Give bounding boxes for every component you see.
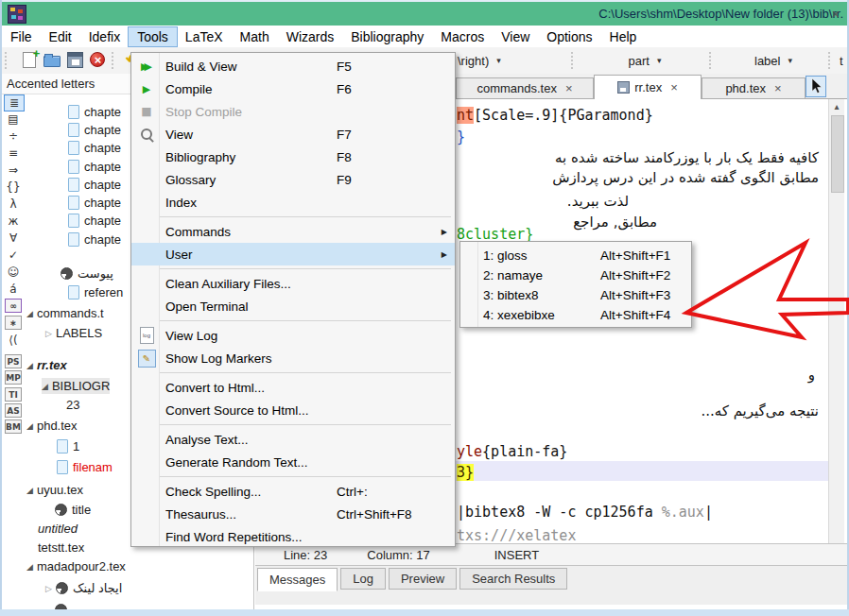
expanded-arrow-icon[interactable]: ◢ — [26, 562, 33, 572]
tab-close-icon[interactable]: × — [670, 80, 678, 94]
editor-tab-commands-tex[interactable]: commands.tex× — [456, 77, 594, 99]
editor-tab-rr-tex[interactable]: rr.tex× — [594, 75, 702, 99]
tree-item-commands-t[interactable]: ◢commands.t — [26, 305, 104, 321]
symbols-cyrillic-icon[interactable]: ж — [4, 214, 23, 229]
menu-item-convert-to-html[interactable]: Convert to Html... — [131, 376, 455, 399]
tree-item-bibliogr[interactable]: ◢BIBLIOGR — [42, 378, 110, 394]
symbols-misc-math-icon[interactable]: ✓ — [4, 248, 23, 263]
tree-item-labels[interactable]: ▷LABELS — [45, 325, 102, 341]
menubar-item-tools[interactable]: Tools — [129, 27, 177, 46]
new-document-icon[interactable] — [19, 49, 40, 70]
tree-item-chapte[interactable]: chapte — [68, 195, 121, 211]
tab-close-icon[interactable]: × — [565, 81, 573, 95]
close-panel-icon[interactable]: × — [832, 7, 840, 22]
menu-item-commands[interactable]: Commands▶ — [131, 220, 455, 243]
editor-tab-phd-tex[interactable]: phd.tex× — [702, 77, 806, 99]
user-command-4-xexebibxe[interactable]: 4: xexebibxeAlt+Shift+F4 — [460, 305, 691, 325]
tree-item-23[interactable]: 23 — [66, 397, 79, 413]
bottom-tab-messages[interactable]: Messages — [257, 568, 338, 591]
menubar-item-view[interactable]: View — [493, 27, 538, 46]
menubar-item-math[interactable]: Math — [232, 27, 278, 46]
symbols-relations-icon[interactable]: ≡ — [4, 145, 23, 161]
menubar-item-idefix[interactable]: Idefix — [80, 27, 129, 46]
tree-item-title[interactable]: title — [55, 502, 91, 518]
tree-item-chapte[interactable]: chapte — [68, 159, 121, 175]
asymptote-icon[interactable]: AS — [5, 403, 22, 418]
tree-item-chapte[interactable]: chapte — [68, 177, 121, 193]
menubar-item-wizards[interactable]: Wizards — [278, 27, 343, 46]
user-command-1-gloss[interactable]: 1: glossAlt+Shift+F1 — [460, 246, 691, 265]
scroll-up-icon[interactable]: ▴ — [829, 99, 844, 113]
tree-item-madadpour2-tex[interactable]: ◢madadpour2.tex — [26, 558, 126, 574]
menubar-item-help[interactable]: Help — [601, 27, 646, 46]
menu-item-find-word-repetitions[interactable]: Find Word Repetitions... — [131, 525, 455, 548]
tree-item-پیوست[interactable]: پیوست — [61, 265, 113, 282]
symbols-logic-icon[interactable]: ∀ — [4, 231, 23, 246]
toolbar-combo-part[interactable]: part▾ — [582, 50, 707, 71]
tree-item-rr-tex[interactable]: ◢rr.tex — [26, 357, 67, 373]
menubar-item-macros[interactable]: Macros — [432, 27, 493, 46]
menubar-item-latex[interactable]: LaTeX — [177, 27, 232, 46]
structure-icon[interactable]: ≣ — [4, 94, 25, 111]
tree-item-referen[interactable]: referen — [68, 284, 123, 300]
menu-item-glossary[interactable]: GlossaryF9 — [131, 168, 455, 191]
tree-item-ایجاد-لینک[interactable]: ▷ایجاد لینک — [45, 580, 122, 596]
symbols-special-icon[interactable]: ∞ — [5, 299, 22, 313]
symbols-arrows-icon[interactable]: ⇒ — [4, 163, 23, 178]
close-icon[interactable] — [87, 49, 108, 70]
collapsed-arrow-icon[interactable]: ▷ — [45, 329, 52, 338]
menu-item-show-log-markers[interactable]: ✎Show Log Markers — [131, 347, 455, 369]
tree-item-1[interactable]: 1 — [57, 438, 79, 454]
tree-item-phd-tex[interactable]: ◢phd.tex — [26, 418, 78, 434]
menu-item-check-spelling[interactable]: Check Spelling...Ctrl+: — [131, 480, 455, 503]
save-icon[interactable] — [64, 49, 85, 70]
tree-item-chapte[interactable]: chapte — [68, 140, 121, 156]
menu-item-compile[interactable]: ▶CompileF6 — [131, 77, 455, 100]
toolbar-combo-label[interactable]: label▾ — [720, 50, 826, 71]
collapsed-arrow-icon[interactable]: ▷ — [45, 584, 52, 593]
symbols-accented-icon[interactable]: á — [4, 282, 23, 297]
menubar-item-bibliography[interactable]: Bibliography — [342, 27, 432, 46]
open-icon[interactable] — [42, 49, 62, 70]
menu-item-thesaurus[interactable]: Thesaurus...Ctrl+Shift+F8 — [131, 503, 455, 525]
symbols-operators-icon[interactable]: ÷ — [4, 128, 23, 144]
menu-item-open-terminal[interactable]: Open Terminal — [131, 295, 455, 317]
user-command-3-bibtex8[interactable]: 3: bibtex8Alt+Shift+F3 — [460, 285, 691, 305]
bottom-tab-preview[interactable]: Preview — [389, 568, 457, 590]
tikz-icon[interactable]: TI — [5, 387, 22, 402]
tab-close-icon[interactable]: × — [774, 81, 782, 95]
tree-item-circle[interactable] — [55, 602, 72, 609]
tree-item-chapte[interactable]: chapte — [68, 104, 121, 120]
toolbar-drag-handle[interactable] — [5, 52, 13, 69]
menu-item-view-log[interactable]: logView Log — [131, 324, 455, 347]
scrollbar-thumb[interactable] — [831, 115, 844, 193]
expanded-arrow-icon[interactable]: ◢ — [26, 421, 33, 431]
tree-item-untitled[interactable]: untitled — [38, 521, 78, 537]
pstricks-icon[interactable]: PS — [5, 354, 22, 368]
beamer-icon[interactable]: BM — [5, 419, 22, 434]
bottom-tab-search-results[interactable]: Search Results — [459, 568, 567, 590]
toolbar-drag-handle[interactable] — [112, 52, 120, 69]
symbols-delimiters-icon[interactable]: {} — [4, 180, 23, 195]
expanded-arrow-icon[interactable]: ◢ — [26, 486, 33, 495]
tree-item-uyuu-tex[interactable]: ◢uyuu.tex — [26, 482, 83, 498]
menubar-item-file[interactable]: File — [2, 27, 41, 46]
menu-item-user[interactable]: User▶ — [131, 243, 455, 265]
menu-item-clean-auxiliary-files[interactable]: Clean Auxiliary Files... — [131, 272, 455, 295]
menu-item-convert-source-to-html[interactable]: Convert Source to Html... — [131, 399, 455, 421]
menubar-item-edit[interactable]: Edit — [41, 27, 80, 46]
menubar-item-options[interactable]: Options — [538, 27, 600, 46]
menu-item-analyse-text[interactable]: Analyse Text... — [131, 428, 455, 451]
menu-item-bibliography[interactable]: BibliographyF8 — [131, 145, 455, 168]
symbols-asterisk-icon[interactable]: ∗ — [5, 316, 22, 330]
metapost-icon[interactable]: MP — [5, 370, 22, 385]
expanded-arrow-icon[interactable]: ◢ — [42, 382, 48, 391]
left-delimiters-icon[interactable]: ⟨( — [4, 333, 23, 348]
bookmarks-icon[interactable]: ▤ — [4, 111, 23, 127]
tree-item-chapte[interactable]: chapte — [68, 231, 121, 248]
tree-item-tetstt-tex[interactable]: tetstt.tex — [38, 539, 84, 556]
expanded-arrow-icon[interactable]: ◢ — [26, 361, 33, 370]
tree-item-chapte[interactable]: chapte — [68, 122, 121, 138]
menu-item-generate-random-text[interactable]: Generate Random Text... — [131, 451, 455, 473]
user-command-2-namaye[interactable]: 2: namayeAlt+Shift+F2 — [460, 265, 691, 285]
